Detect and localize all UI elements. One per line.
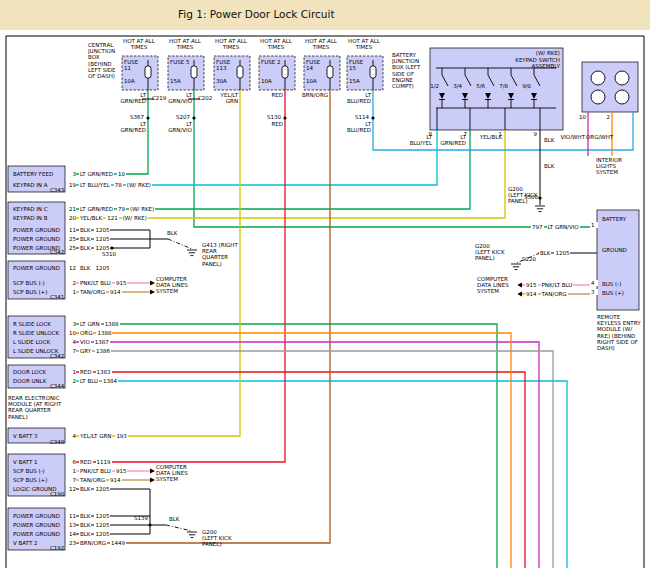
wires-pink (66, 283, 597, 471)
wire-l-slide-unlock (66, 351, 553, 568)
rem-ground-label: GROUND (602, 247, 636, 253)
pin-function-label: POWER GROUND (10, 513, 66, 519)
wire-note: (W/ RKE) (122, 215, 148, 221)
module-row: KEYPAD IN C21LT GRN/RED79(W/ RKE) (10, 205, 155, 213)
pin-number: 4 (66, 339, 76, 345)
module-row: R SLIDE LOCK3LT GRN1388 (10, 320, 120, 328)
pin-function-label: POWER GROUND (10, 227, 66, 233)
fuse-name: FUSE 15 (349, 59, 369, 71)
pin-number: 25 (66, 236, 76, 242)
pin-number: 14 (66, 531, 76, 537)
hot-at-all-times-label: HOT AT ALL TIMES (123, 38, 155, 50)
module-row: POWER GROUND12BLK1205 (10, 264, 110, 272)
circuit-number: 1205 (94, 265, 110, 271)
ground-symbol-g413 (187, 250, 197, 256)
ground-symbol-g200-keypad (535, 206, 545, 212)
wire-r-slide-lock (66, 324, 497, 568)
ground-symbol-g200-m2 (187, 532, 197, 538)
circuit-number: 915 (115, 280, 128, 286)
pin-function-label: KEYPAD IN B (10, 215, 66, 221)
ground-label-g200-keypad: G200 (LEFT KICK PANEL) (508, 186, 538, 205)
hot-at-all-times-label: HOT AT ALL TIMES (169, 38, 201, 50)
module-row: SCP BUS (+)7TAN/ORG914 (10, 476, 122, 484)
wire-color: LT BLU (79, 378, 99, 384)
wire-color: YEL/LT GRN (79, 433, 112, 439)
circuit-number: 121 (106, 215, 119, 221)
central-junction-box-label: CENTRAL JUNCTION BOX (BEHIND LEFT SIDE O… (88, 42, 122, 79)
pin-number: 11 (66, 227, 76, 233)
fuse-amp-rating: 10A (124, 78, 144, 84)
wire-color: BRN/ORG (79, 540, 107, 546)
pin-function-label: POWER GROUND (10, 522, 66, 528)
wire-color-label: LT GRN/RED (440, 134, 466, 146)
connector-label: C343 (50, 187, 70, 193)
wire-color: LT GRN/RED (79, 171, 114, 177)
module-row: KEYPAD IN A19LT BLU/YEL78(W/ RKE) (10, 181, 152, 189)
dash-to-g200-m2 (166, 525, 192, 531)
circuit-number: 193 (115, 433, 128, 439)
fuse-name: FUSE 5 (170, 59, 190, 65)
keypad-switch-label: 1/2 (425, 83, 439, 89)
wire-color-label: BLK (544, 163, 560, 169)
keypad-switch-label: 7/8 (494, 83, 508, 89)
module-row: POWER GROUND11BLK1205 (10, 512, 110, 520)
keypad-pin-number: 10 (574, 114, 586, 120)
keypad-pin-number: 9 (529, 131, 537, 137)
pin-number: 21 (66, 206, 76, 212)
circuit-number: 79 (117, 206, 126, 212)
wire-color: ORG (79, 330, 93, 336)
wire-color: BLK (79, 236, 91, 242)
splice-label: S310 (96, 251, 116, 257)
pin-function-label: R SLIDE UNLOCK (10, 330, 66, 336)
symbols (145, 60, 629, 538)
pin-number: 10 (66, 330, 76, 336)
splice-s114 (371, 116, 374, 119)
pin-number: 3 (66, 171, 76, 177)
wire-color-label: LT GRN/VIO (164, 121, 192, 133)
ground-label-g413: G413 (RIGHT REAR QUARTER PANEL) (202, 242, 238, 267)
wire-color: GRY (79, 348, 92, 354)
wire-color-label: LT BLU/RED (343, 121, 371, 133)
wire-color: BLK (79, 265, 91, 271)
computer-data-lines-label: COMPUTER DATA LINES SYSTEM (476, 276, 518, 295)
circuit-number: 1388 (96, 330, 112, 336)
rem-bus-plus-label: BUS (+) (602, 290, 636, 296)
wires-gray (66, 351, 553, 568)
rem-bus-plus-wire: 914 TAN/ORG (522, 290, 568, 298)
computer-data-lines-label: COMPUTER DATA LINES SYSTEM (156, 276, 196, 295)
circuit-number: 1388 (104, 321, 120, 327)
wire-color: RED (79, 369, 93, 375)
module-row: V BATT 16RED1119 (10, 458, 112, 466)
rem-module-caption: REMOTE KEYLESS ENTRY MODULE (W/ RKE) (BE… (597, 314, 641, 351)
connector-label: C341 (50, 294, 70, 300)
pin-function-label: L SLIDE LOCK (10, 339, 66, 345)
wire-color-label: LT GRN/RED (118, 92, 146, 104)
splice-s139 (148, 523, 151, 526)
wire-r-slide-unlock (66, 333, 511, 568)
wire-color-label: BRN/ORG (300, 92, 328, 98)
pin-function-label: SCP BUS (-) (10, 280, 66, 286)
wires-green (66, 90, 597, 568)
arrow-right-icon (150, 281, 155, 286)
pin-number: 3 (590, 289, 598, 295)
pin-number: 1 (66, 468, 76, 474)
connector-label: C202 (198, 95, 218, 101)
splice-label: S130 (257, 114, 281, 120)
circuit-number: 1387 (94, 339, 110, 345)
pin-number: 20 (66, 215, 76, 221)
pin-number: 1 (590, 222, 598, 228)
module-row: POWER GROUND11BLK1205 (10, 226, 110, 234)
pin-function-label: V BATT 1 (10, 459, 66, 465)
pin-number: 7 (66, 477, 76, 483)
battery-junction-box-label: BATTERY JUNCTION BOX (LEFT SIDE OF ENGIN… (392, 52, 426, 89)
circuit-number: 1205 (94, 236, 110, 242)
pin-number: 2 (66, 280, 76, 286)
connector-label: C192 (50, 545, 70, 551)
rem-battery-label: BATTERY (602, 216, 636, 222)
keypad-switch-label: 5/6 (471, 83, 485, 89)
connector-label: C342 (50, 353, 70, 359)
keypad-switch-label: 3/4 (448, 83, 462, 89)
wires-red (66, 90, 525, 568)
bulb-icon (591, 71, 605, 85)
wire-color: BLK (79, 486, 91, 492)
